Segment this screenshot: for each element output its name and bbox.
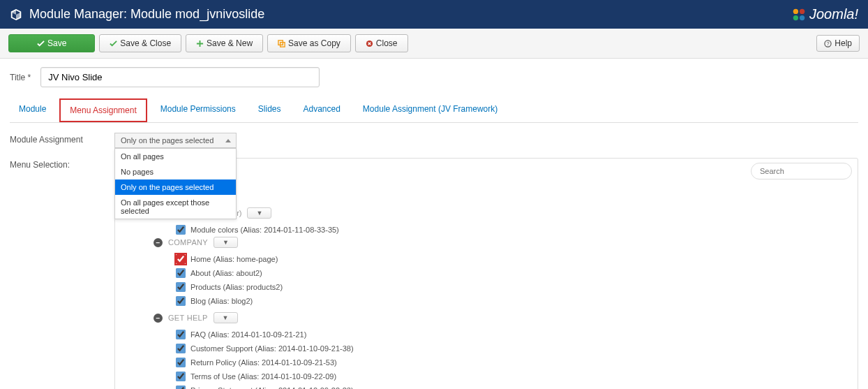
svg-point-3 bbox=[800, 15, 805, 20]
page-title: Module Manager: Module mod_jvnivoslide bbox=[29, 7, 264, 22]
caret-button[interactable]: ▼ bbox=[247, 207, 271, 219]
menu-tree: Color (Alias: color) ▼ Module colors (Al… bbox=[154, 207, 851, 389]
joomla-icon bbox=[791, 7, 807, 22]
tab-menu-assignment[interactable]: Menu Assignment bbox=[59, 98, 147, 122]
item-checkbox-module-colors[interactable] bbox=[176, 225, 186, 235]
save-close-button[interactable]: Save & Close bbox=[99, 34, 181, 52]
menu-selection-label: Menu Selection: bbox=[10, 158, 114, 170]
item-checkbox-support[interactable] bbox=[176, 344, 186, 353]
plus-icon bbox=[196, 40, 204, 47]
item-label: Privacy Statement (Alias: 2014-01-10-09-… bbox=[190, 386, 354, 389]
help-icon: ? bbox=[824, 40, 832, 47]
group-name-company: COMPANY bbox=[168, 238, 208, 247]
item-label: Terms of Use (Alias: 2014-01-10-09-22-09… bbox=[190, 372, 336, 381]
search-input[interactable] bbox=[751, 163, 852, 179]
save-new-button[interactable]: Save & New bbox=[186, 34, 263, 52]
module-assignment-dropdown: On all pages No pages Only on the pages … bbox=[114, 148, 237, 219]
svg-point-0 bbox=[793, 8, 798, 13]
toolbar: Save Save & Close Save & New Save as Cop… bbox=[0, 29, 868, 59]
dropdown-option-all[interactable]: On all pages bbox=[115, 149, 236, 164]
caret-button[interactable]: ▼ bbox=[214, 237, 238, 248]
close-button[interactable]: Close bbox=[355, 34, 408, 52]
item-checkbox-blog[interactable] bbox=[176, 296, 186, 306]
item-checkbox-privacy[interactable] bbox=[176, 386, 186, 389]
close-icon bbox=[366, 40, 373, 47]
item-checkbox-home[interactable] bbox=[176, 254, 186, 264]
item-checkbox-terms[interactable] bbox=[176, 372, 186, 381]
svg-point-1 bbox=[800, 8, 805, 13]
app-header: Module Manager: Module mod_jvnivoslide J… bbox=[0, 0, 868, 29]
item-label: Module colors (Alias: 2014-01-11-08-33-3… bbox=[190, 226, 339, 234]
tab-slides[interactable]: Slides bbox=[249, 98, 290, 122]
tab-advanced[interactable]: Advanced bbox=[294, 98, 349, 122]
item-label: Customer Support (Alias: 2014-01-10-09-2… bbox=[190, 344, 354, 353]
dropdown-option-selected[interactable]: Only on the pages selected bbox=[115, 179, 236, 195]
module-assignment-select[interactable]: Only on the pages selected bbox=[114, 133, 237, 148]
save-copy-button[interactable]: Save as Copy bbox=[267, 34, 351, 52]
help-button[interactable]: ? Help bbox=[816, 35, 860, 52]
dropdown-option-none[interactable]: No pages bbox=[115, 164, 236, 179]
item-label: About (Alias: about2) bbox=[190, 269, 262, 277]
item-label: Home (Alias: home-page) bbox=[190, 255, 278, 263]
tab-module-permissions[interactable]: Module Permissions bbox=[151, 98, 245, 122]
item-label: Return Policy (Alias: 2014-01-10-09-21-5… bbox=[190, 358, 337, 367]
joomla-logo: Joomla! bbox=[791, 6, 858, 22]
group-name-gethelp: GET HELP bbox=[168, 314, 208, 322]
tab-module[interactable]: Module bbox=[10, 98, 55, 122]
item-label: Blog (Alias: blog2) bbox=[190, 297, 253, 305]
item-checkbox-about[interactable] bbox=[176, 268, 186, 278]
item-label: Products (Alias: products2) bbox=[190, 283, 283, 291]
cube-icon bbox=[10, 8, 22, 21]
item-label: FAQ (Alias: 2014-01-10-09-21-21) bbox=[190, 330, 306, 339]
copy-icon bbox=[278, 40, 285, 47]
apply-icon bbox=[37, 40, 45, 47]
title-label: Title * bbox=[10, 73, 31, 82]
check-icon bbox=[110, 40, 117, 47]
item-checkbox-return[interactable] bbox=[176, 358, 186, 367]
svg-text:?: ? bbox=[827, 41, 830, 47]
dropdown-option-except[interactable]: On all pages except those selected bbox=[115, 195, 236, 219]
caret-button[interactable]: ▼ bbox=[214, 312, 238, 323]
save-button[interactable]: Save bbox=[8, 34, 95, 52]
svg-point-2 bbox=[793, 15, 798, 20]
title-input[interactable] bbox=[40, 67, 320, 87]
tab-module-assignment-jv[interactable]: Module Assignment (JV Framework) bbox=[354, 98, 507, 122]
module-assignment-label: Module Assignment bbox=[10, 133, 114, 145]
item-checkbox-products[interactable] bbox=[176, 282, 186, 292]
collapse-icon[interactable]: − bbox=[154, 314, 163, 323]
item-checkbox-faq[interactable] bbox=[176, 330, 186, 339]
tabs: Module Menu Assignment Module Permission… bbox=[10, 98, 858, 123]
collapse-icon[interactable]: − bbox=[154, 238, 163, 247]
